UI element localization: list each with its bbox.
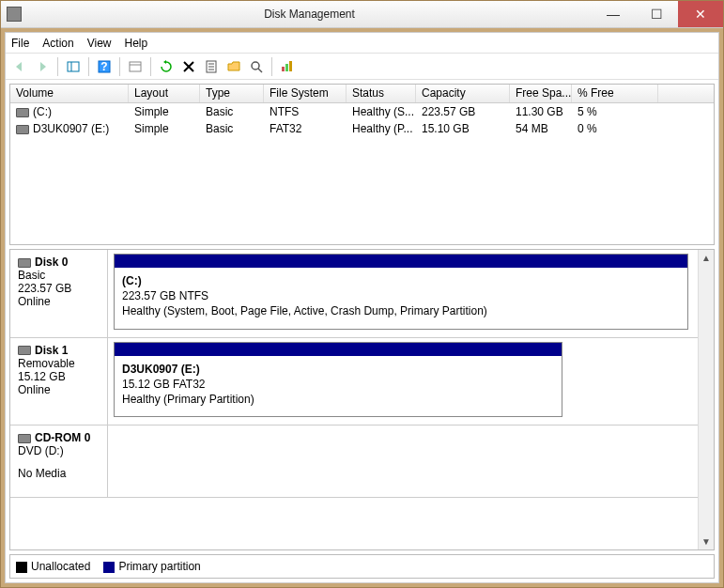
- partition-sub: 223.57 GB NTFS: [122, 288, 680, 303]
- cell-volume: D3UK0907 (E:): [10, 121, 129, 136]
- legend-unallocated: Unallocated: [16, 560, 90, 573]
- partition-status: Healthy (System, Boot, Page File, Active…: [122, 303, 680, 318]
- disk-icon: [18, 346, 31, 355]
- cell-capacity: 223.57 GB: [416, 104, 510, 119]
- partition-status: Healthy (Primary Partition): [122, 392, 554, 407]
- disk-type: Basic: [18, 269, 100, 282]
- partition-header: [115, 343, 562, 356]
- partition-sub: 15.12 GB FAT32: [122, 377, 554, 392]
- partition[interactable]: (C:)223.57 GB NTFSHealthy (System, Boot,…: [114, 254, 688, 330]
- cell-status: Healthy (P...: [347, 121, 416, 136]
- app-icon: [7, 7, 22, 22]
- maximize-button[interactable]: ☐: [635, 1, 678, 27]
- cell-fs: NTFS: [264, 104, 347, 119]
- unallocated-swatch-icon: [16, 562, 27, 573]
- svg-rect-10: [285, 64, 288, 71]
- col-freespace[interactable]: Free Spa...: [510, 85, 572, 102]
- cell-free: 54 MB: [510, 121, 572, 136]
- disk-state: No Media: [18, 467, 100, 480]
- cell-pct: 0 %: [572, 121, 658, 136]
- col-type[interactable]: Type: [200, 85, 264, 102]
- svg-point-7: [252, 62, 259, 70]
- settings-button[interactable]: [125, 56, 146, 77]
- partition-header: [115, 255, 687, 268]
- partition-title: D3UK0907 (E:): [122, 362, 554, 377]
- svg-line-8: [258, 69, 262, 72]
- open-folder-button[interactable]: [223, 56, 244, 77]
- disk-name: Disk 1: [35, 344, 68, 357]
- disk-graphical-view: Disk 0Basic223.57 GBOnline(C:)223.57 GB …: [9, 249, 715, 550]
- menu-file[interactable]: File: [11, 37, 29, 50]
- cell-fs: FAT32: [264, 121, 347, 136]
- disk-row: CD-ROM 0DVD (D:)No Media: [10, 426, 698, 498]
- toolbar: ?: [6, 54, 718, 80]
- refresh-button[interactable]: [156, 56, 177, 77]
- primary-swatch-icon: [103, 562, 115, 573]
- disk-name: CD-ROM 0: [35, 431, 90, 444]
- close-button[interactable]: ✕: [678, 1, 723, 27]
- disk-name: Disk 0: [35, 255, 68, 269]
- svg-rect-0: [68, 62, 79, 71]
- disk-label[interactable]: Disk 0Basic223.57 GBOnline: [10, 250, 108, 337]
- disk-graphic: D3UK0907 (E:)15.12 GB FAT32Healthy (Prim…: [108, 338, 698, 426]
- disk-management-window: Disk Management — ☐ ✕ File Action View H…: [0, 0, 724, 588]
- disk-graphic: [108, 426, 698, 497]
- help-button[interactable]: ?: [94, 56, 115, 77]
- table-row[interactable]: (C:)SimpleBasicNTFSHealthy (S...223.57 G…: [10, 103, 714, 120]
- disk-size: 15.12 GB: [18, 370, 100, 383]
- disk-state: Online: [18, 295, 100, 308]
- svg-text:?: ?: [100, 60, 107, 73]
- forward-button[interactable]: [32, 56, 53, 77]
- col-capacity[interactable]: Capacity: [416, 85, 510, 102]
- cell-volume: (C:): [10, 104, 129, 119]
- cell-pct: 5 %: [572, 104, 658, 119]
- menu-help[interactable]: Help: [125, 37, 148, 50]
- menu-action[interactable]: Action: [42, 37, 73, 50]
- disk-row: Disk 0Basic223.57 GBOnline(C:)223.57 GB …: [10, 250, 698, 338]
- properties-button[interactable]: [201, 56, 222, 77]
- cell-type: Basic: [200, 121, 264, 136]
- table-row[interactable]: D3UK0907 (E:)SimpleBasicFAT32Healthy (P.…: [10, 120, 714, 137]
- col-pctfree[interactable]: % Free: [572, 85, 658, 102]
- window-title: Disk Management: [27, 8, 592, 21]
- disk-row: Disk 1Removable15.12 GBOnlineD3UK0907 (E…: [10, 338, 698, 426]
- disk-state: Online: [18, 383, 100, 396]
- disk-type: Removable: [18, 357, 100, 370]
- title-bar[interactable]: Disk Management — ☐ ✕: [1, 1, 723, 28]
- disk-type: DVD (D:): [18, 444, 100, 457]
- disk-size: 223.57 GB: [18, 282, 100, 295]
- cell-capacity: 15.10 GB: [416, 121, 510, 136]
- show-hide-console-tree-button[interactable]: [63, 56, 84, 77]
- search-button[interactable]: [246, 56, 267, 77]
- partition-title: (C:): [122, 273, 680, 288]
- volume-list[interactable]: Volume Layout Type File System Status Ca…: [9, 84, 715, 245]
- menu-bar: File Action View Help: [6, 33, 718, 54]
- cell-layout: Simple: [129, 121, 200, 136]
- disk-icon: [18, 258, 31, 268]
- legend: Unallocated Primary partition: [9, 554, 715, 579]
- table-header: Volume Layout Type File System Status Ca…: [10, 85, 714, 103]
- chart-button[interactable]: [277, 56, 298, 77]
- disk-icon: [18, 434, 31, 443]
- col-status[interactable]: Status: [347, 85, 416, 102]
- scroll-down-icon[interactable]: ▼: [699, 534, 714, 549]
- minimize-button[interactable]: —: [592, 1, 635, 27]
- partition[interactable]: D3UK0907 (E:)15.12 GB FAT32Healthy (Prim…: [114, 342, 562, 418]
- legend-primary: Primary partition: [103, 560, 200, 573]
- delete-button[interactable]: [178, 56, 199, 77]
- back-button[interactable]: [9, 56, 30, 77]
- vertical-scrollbar[interactable]: ▲ ▼: [698, 250, 714, 549]
- col-filesystem[interactable]: File System: [264, 85, 347, 102]
- cell-layout: Simple: [129, 104, 200, 119]
- volume-icon: [16, 108, 29, 117]
- svg-rect-4: [130, 62, 141, 71]
- col-volume[interactable]: Volume: [10, 85, 129, 102]
- disk-graphic: (C:)223.57 GB NTFSHealthy (System, Boot,…: [108, 250, 698, 337]
- menu-view[interactable]: View: [87, 37, 112, 50]
- disk-label[interactable]: CD-ROM 0DVD (D:)No Media: [10, 426, 108, 497]
- disk-label[interactable]: Disk 1Removable15.12 GBOnline: [10, 338, 108, 426]
- svg-rect-9: [282, 67, 285, 71]
- svg-rect-11: [289, 61, 292, 71]
- scroll-up-icon[interactable]: ▲: [699, 250, 714, 266]
- col-layout[interactable]: Layout: [129, 85, 200, 102]
